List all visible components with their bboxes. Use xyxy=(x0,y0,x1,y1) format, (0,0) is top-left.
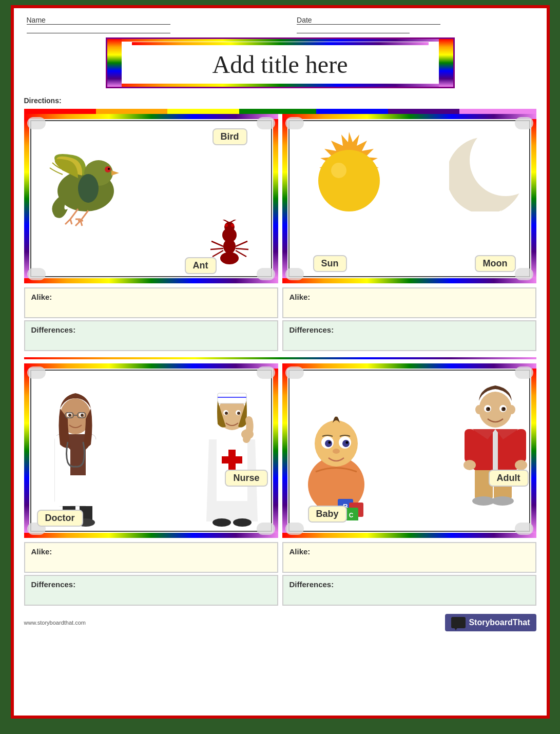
name-label: Name xyxy=(27,16,170,25)
doctor-label: Doctor xyxy=(37,510,83,527)
cell2-text: Alike: Differences: xyxy=(282,287,536,351)
svg-line-9 xyxy=(222,220,229,223)
adult-label: Adult xyxy=(489,470,529,487)
svg-point-48 xyxy=(225,412,228,415)
svg-point-76 xyxy=(464,460,476,470)
svg-text:C: C xyxy=(349,512,353,519)
svg-point-52 xyxy=(233,518,252,527)
alike-box-2[interactable]: Alike: xyxy=(282,287,536,318)
moon-image xyxy=(449,129,521,214)
cloud-corner-br4 xyxy=(515,523,533,535)
adult-image xyxy=(462,373,529,529)
svg-point-85 xyxy=(475,405,482,414)
date-label: Date xyxy=(297,16,440,25)
cloud-corner-tl xyxy=(27,117,46,129)
baby-label: Baby xyxy=(308,506,347,523)
svg-point-13 xyxy=(225,224,228,227)
svg-point-14 xyxy=(231,224,234,227)
svg-point-3 xyxy=(105,166,111,172)
footer-logo: StoryboardThat xyxy=(445,614,536,631)
svg-point-49 xyxy=(237,412,240,415)
worksheet-page: Name Date Add title here Directions: xyxy=(11,5,550,719)
cell-sun-moon: Sun Moon xyxy=(282,114,536,283)
nurse-image xyxy=(196,383,268,529)
svg-point-23 xyxy=(331,163,346,178)
baby-image: B A C xyxy=(298,397,380,523)
svg-point-2 xyxy=(78,174,99,203)
alike-box-1[interactable]: Alike: xyxy=(24,287,278,318)
differences-label-2: Differences: xyxy=(289,325,334,334)
differences-box-4[interactable]: Differences: xyxy=(282,575,536,606)
svg-point-5 xyxy=(220,252,239,264)
alike-label-4: Alike: xyxy=(289,547,311,556)
header-row: Name Date xyxy=(24,16,536,33)
svg-point-71 xyxy=(491,496,514,506)
alike-label-1: Alike: xyxy=(31,293,52,301)
directions-label: Directions: xyxy=(24,96,536,105)
footer: www.storyboardthat.com StoryboardThat xyxy=(24,612,536,631)
logo-text: StoryboardThat xyxy=(469,618,530,627)
cell4-text: Alike: Differences: xyxy=(282,542,536,606)
svg-point-77 xyxy=(515,460,527,470)
svg-rect-75 xyxy=(516,429,526,462)
ant-label: Ant xyxy=(185,257,217,274)
nurse-label: Nurse xyxy=(225,470,267,487)
cloud-corner-bl2 xyxy=(285,268,304,280)
cell-baby-adult: B A C xyxy=(282,363,536,538)
cloud-corner-br3 xyxy=(257,523,275,535)
cloud-corner-bl4 xyxy=(285,523,304,535)
moon-label: Moon xyxy=(475,255,516,272)
cloud-corner-tr4 xyxy=(515,366,533,379)
svg-rect-44 xyxy=(218,393,246,403)
text-sections-row2: Alike: Differences: Alike: Differences: xyxy=(24,542,536,606)
svg-line-11 xyxy=(229,220,237,223)
svg-point-32 xyxy=(81,414,84,417)
name-field: Name xyxy=(24,16,295,33)
svg-rect-74 xyxy=(465,429,475,462)
cloud-corner-tl4 xyxy=(285,366,304,379)
differences-box-2[interactable]: Differences: xyxy=(282,320,536,351)
cloud-corner-br2 xyxy=(515,268,533,280)
rainbow-divider-top xyxy=(24,109,536,114)
differences-label-4: Differences: xyxy=(289,580,334,589)
svg-point-59 xyxy=(328,441,331,444)
date-underline[interactable] xyxy=(297,25,410,33)
name-underline[interactable] xyxy=(27,25,170,33)
differences-label-3: Differences: xyxy=(31,580,76,589)
cell3-text: Alike: Differences: xyxy=(24,542,278,606)
title-box[interactable]: Add title here xyxy=(106,37,455,88)
differences-box-1[interactable]: Differences: xyxy=(24,320,278,351)
svg-point-54 xyxy=(315,420,358,467)
mid-divider xyxy=(24,357,536,359)
differences-box-3[interactable]: Differences: xyxy=(24,575,278,606)
cloud-corner-br xyxy=(257,268,275,280)
cell-doctor-nurse: Doctor Nurse xyxy=(24,363,278,538)
svg-line-18 xyxy=(236,241,247,246)
differences-label-1: Differences: xyxy=(31,325,76,334)
sun-image xyxy=(298,124,400,239)
svg-point-86 xyxy=(508,405,515,414)
svg-line-16 xyxy=(210,248,223,249)
alike-box-3[interactable]: Alike: xyxy=(24,542,278,573)
cloud-corner-tr2 xyxy=(515,117,533,129)
svg-point-51 xyxy=(213,518,231,527)
cell-bird-ant: Bird xyxy=(24,114,278,283)
svg-point-83 xyxy=(488,408,489,410)
doctor-image xyxy=(40,383,117,529)
page-title[interactable]: Add title here xyxy=(118,45,443,84)
svg-line-19 xyxy=(236,248,248,249)
cloud-corner-tl2 xyxy=(285,117,304,129)
svg-point-8 xyxy=(224,222,235,232)
bird-image xyxy=(32,124,140,234)
footer-url: www.storyboardthat.com xyxy=(24,620,86,626)
svg-point-4 xyxy=(108,168,110,170)
cloud-corner-tr xyxy=(257,117,275,129)
text-sections-row1: Alike: Differences: Alike: Differences: xyxy=(24,287,536,351)
svg-point-57 xyxy=(325,440,332,447)
bird-label: Bird xyxy=(213,128,247,145)
svg-point-58 xyxy=(342,440,350,447)
sun-label: Sun xyxy=(313,255,347,272)
alike-box-4[interactable]: Alike: xyxy=(282,542,536,573)
svg-point-84 xyxy=(503,408,505,410)
svg-point-31 xyxy=(68,414,71,417)
